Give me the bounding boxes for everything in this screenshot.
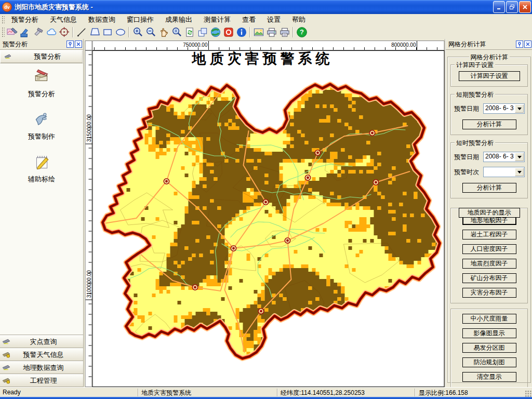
menu-item-3[interactable]: 窗口操作	[121, 14, 159, 25]
status-doc-name: 地质灾害预警系统	[141, 389, 191, 397]
polygon-icon[interactable]	[88, 26, 101, 38]
factor-button-4[interactable]: 矿山分布因子	[462, 273, 516, 283]
menu-item-7[interactable]: 设置	[261, 14, 286, 25]
toolbar: ?	[0, 25, 532, 39]
menu-item-6[interactable]: 查看	[236, 14, 261, 25]
menu-item-5[interactable]: 测量计算	[198, 14, 236, 25]
group-bar-3[interactable]: 工程管理	[0, 374, 83, 387]
chevron-down-icon[interactable]	[515, 153, 524, 161]
analysis-icon[interactable]	[6, 26, 19, 38]
calc-factor-settings-button[interactable]: 计算因子设置	[459, 71, 520, 81]
warning-date-label: 预警日期	[454, 153, 483, 162]
menu-grip[interactable]	[1, 15, 5, 24]
factor-button-3[interactable]: 地震烈度因子	[462, 259, 516, 269]
toolbar-separator	[292, 27, 294, 37]
line-icon[interactable]	[75, 26, 88, 38]
map-viewport[interactable]: 750000.00800000.003150000.003100000.00地质…	[84, 39, 445, 387]
group-bar-0[interactable]: 灾点查询	[0, 335, 83, 348]
close-button[interactable]	[519, 1, 531, 13]
draw-icon[interactable]	[19, 26, 32, 38]
short-term-analyze-button[interactable]: 分析计算	[462, 119, 516, 129]
ruler-y-label: 3100000.00	[86, 270, 92, 298]
factor-button-1[interactable]: 岩土工程因子	[462, 230, 516, 240]
image-icon[interactable]	[252, 26, 265, 38]
short-time-groupbox: 短时预警分析 预警日期 2008- 6- 3 预警时次	[450, 142, 528, 198]
zoom-extent-icon[interactable]	[170, 26, 183, 38]
warning-time-label: 预警时次	[454, 168, 483, 177]
close-icon[interactable]	[524, 41, 531, 48]
chevron-down-icon[interactable]	[515, 168, 524, 176]
warning-date-combo-2[interactable]: 2008- 6- 3	[483, 152, 525, 162]
left-panel-item-0[interactable]: 预警分析	[28, 68, 55, 99]
factor-button-5[interactable]: 灾害分布因子	[462, 288, 516, 298]
geo-factor-display-button[interactable]: 地质因子的显示	[459, 208, 520, 218]
weather-icon	[2, 376, 13, 385]
left-panel-item-label: 辅助标绘	[28, 175, 55, 184]
pin-icon[interactable]	[66, 41, 74, 48]
status-divider	[138, 389, 139, 396]
pan-icon[interactable]	[157, 26, 170, 38]
right-panel-header: 网格分析计算	[446, 39, 532, 50]
info-icon[interactable]	[235, 26, 248, 38]
restore-button[interactable]	[506, 1, 518, 13]
status-divider	[277, 389, 278, 396]
weather-icon	[2, 350, 13, 360]
left-panel-item-1[interactable]: 预警制作	[28, 110, 55, 141]
ruler-x-label: 800000.00	[391, 42, 416, 48]
stop-icon[interactable]	[222, 26, 235, 38]
chevron-down-icon[interactable]	[515, 104, 524, 113]
display-button-1[interactable]: 影像图显示	[462, 328, 516, 338]
menu-item-8[interactable]: 帮助	[286, 14, 311, 25]
layers-icon[interactable]	[196, 26, 209, 38]
locate-icon[interactable]	[58, 26, 71, 38]
application-window: dv 浏阳市地质灾害预警系统 - 预警分析天气信息数据查询窗口操作成果输出测量计…	[0, 0, 532, 399]
minimize-button[interactable]	[493, 1, 505, 13]
group-bar-2[interactable]: 地理数据查询	[0, 361, 83, 374]
menu-item-4[interactable]: 成果输出	[159, 14, 198, 25]
left-panel-item-2[interactable]: 辅助标绘	[28, 153, 55, 184]
help-icon[interactable]: ?	[295, 26, 308, 38]
print-icon[interactable]	[265, 26, 278, 38]
warning-time-combo[interactable]	[483, 167, 525, 177]
resize-grip[interactable]	[525, 390, 531, 397]
short-time-legend: 短时预警分析	[455, 139, 495, 148]
print-preview-icon[interactable]	[278, 26, 291, 38]
menu-item-1[interactable]: 天气信息	[44, 14, 83, 25]
window-title: 浏阳市地质灾害预警系统 -	[15, 3, 493, 12]
left-panel-header: 预警分析	[0, 39, 83, 50]
toolbar-grip[interactable]	[1, 26, 5, 38]
warning-date-combo[interactable]: 2008- 6- 3	[483, 103, 525, 114]
ruler-y-label: 3150000.00	[86, 114, 92, 142]
display-button-3[interactable]: 防治规划图	[462, 357, 516, 367]
short-time-analyze-button[interactable]: 分析计算	[462, 183, 516, 193]
ruler-corner	[85, 41, 92, 50]
right-panel: 网格分析计算 网格分析计算 计算因子设置 计算因子设置 短期预警分析	[445, 39, 532, 387]
group-bar-label: 地理数据查询	[13, 363, 74, 373]
menu-item-0[interactable]: 预警分析	[6, 14, 44, 25]
close-icon[interactable]	[75, 41, 82, 48]
ellipse-icon[interactable]	[114, 26, 127, 38]
zoom-in-icon[interactable]	[131, 26, 144, 38]
pin-icon[interactable]	[516, 41, 523, 48]
display-button-0[interactable]: 中小尺度雨量	[462, 314, 516, 324]
build-icon[interactable]	[32, 26, 45, 38]
globe-icon[interactable]	[209, 26, 222, 38]
status-divider	[415, 389, 416, 396]
factor-button-2[interactable]: 人口密度因子	[462, 244, 516, 254]
left-panel: 预警分析 预警分析 预警分析预警制作辅助标绘 灾点查询预警天气信息地理数据查询工…	[0, 39, 84, 387]
display-button-4[interactable]: 清空显示	[462, 372, 516, 382]
ruler-x-label: 750000.00	[183, 42, 208, 48]
cloud-icon[interactable]	[45, 26, 58, 38]
zoom-out-icon[interactable]	[144, 26, 157, 38]
grid-analysis-groupbox: 网格分析计算 计算因子设置 计算因子设置 短期预警分析 预警日期 2008- 6…	[447, 57, 531, 383]
map-title: 地质灾害预警系统	[192, 50, 334, 66]
menu-item-2[interactable]: 数据查询	[83, 14, 121, 25]
display-button-2[interactable]: 易发分区图	[462, 343, 516, 353]
section-header-warning-analysis[interactable]: 预警分析	[0, 50, 83, 63]
refresh-icon[interactable]	[183, 26, 196, 38]
warning-analysis-icon	[32, 68, 51, 88]
group-bar-1[interactable]: 预警天气信息	[0, 348, 83, 361]
toolbar-separator	[249, 27, 250, 37]
rectangle-icon[interactable]	[101, 26, 114, 38]
window-bottom-border	[0, 397, 532, 399]
